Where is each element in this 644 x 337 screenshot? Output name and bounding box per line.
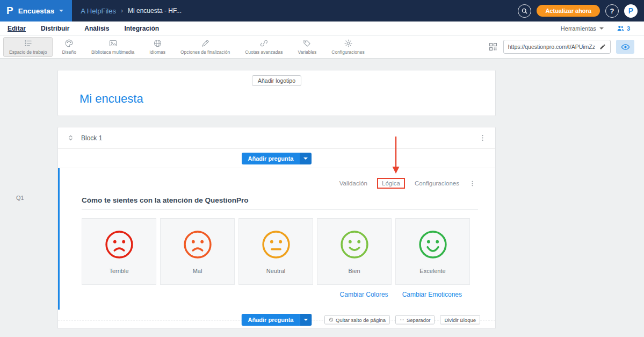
chevron-down-icon — [303, 157, 308, 160]
change-colors-link[interactable]: Cambiar Colores — [340, 291, 388, 298]
question-links: Cambiar Colores Cambiar Emoticones — [340, 291, 462, 298]
tools-menu-label: Herramientas — [561, 25, 596, 32]
tab-integracion[interactable]: Integración — [124, 25, 159, 32]
mood-options: Terrible Mal — [82, 218, 470, 285]
question-divider — [82, 209, 478, 210]
mood-option-label: Excelente — [419, 268, 445, 274]
collapse-expand-icon — [67, 134, 75, 142]
questionpro-survey-editor: P Encuestas A HelpFiles › Mi encuesta - … — [0, 0, 644, 337]
palette-icon — [64, 39, 74, 48]
add-question-dropdown-button[interactable] — [300, 314, 312, 326]
tool-label: Variables — [298, 49, 317, 55]
block-name[interactable]: Block 1 — [81, 134, 102, 142]
mood-option-terrible[interactable]: Terrible — [82, 218, 156, 285]
update-now-button[interactable]: Actualizar ahora — [537, 5, 600, 17]
breadcrumb: A HelpFiles › Mi encuesta - HF... — [81, 7, 182, 15]
pen-icon — [201, 39, 210, 48]
block-more-menu-button[interactable] — [479, 134, 487, 142]
qr-code-icon — [488, 42, 498, 52]
tool-espacio-de-trabajo[interactable]: Espacio de trabajo — [3, 37, 53, 57]
collaborators-count: 3 — [627, 25, 630, 32]
tool-diseno[interactable]: Diseño — [56, 37, 82, 57]
add-question-label: Añadir pregunta — [242, 153, 300, 164]
tool-variables[interactable]: Variables — [292, 37, 323, 57]
collaborators-button[interactable]: 3 — [617, 25, 630, 32]
tool-label: Configuraciones — [331, 49, 364, 55]
pencil-icon — [599, 44, 606, 50]
translate-globe-icon — [153, 39, 162, 48]
tab-editar[interactable]: Editar — [8, 25, 26, 32]
tool-idiomas[interactable]: Idiomas — [143, 37, 171, 57]
toolbar-right: https://questionpro.com/t/APUimZz — [488, 40, 641, 54]
add-question-button[interactable]: Añadir pregunta — [242, 153, 312, 164]
tab-distribuir[interactable]: Distribuir — [41, 25, 69, 32]
tool-label: Espacio de trabajo — [9, 49, 47, 55]
edit-url-button[interactable] — [599, 44, 606, 50]
add-logo-button[interactable]: Añadir logotipo — [252, 75, 301, 86]
block-footer: Añadir pregunta Quitar salto de página S… — [58, 310, 495, 329]
tool-label: Biblioteca multimedia — [91, 49, 134, 55]
tool-label: Idiomas — [149, 49, 165, 55]
eye-icon — [621, 42, 630, 52]
help-button[interactable]: ? — [605, 4, 619, 18]
change-emoticons-link[interactable]: Cambiar Emoticones — [402, 291, 462, 298]
people-icon — [617, 25, 625, 32]
tool-label: Cuotas avanzadas — [245, 49, 283, 55]
remove-page-break-label: Quitar salto de página — [336, 317, 386, 322]
mood-option-label: Neutral — [266, 268, 285, 274]
kebab-menu-icon — [479, 134, 487, 142]
no-symbol-icon — [329, 317, 334, 322]
smiley-excelente-icon — [418, 230, 448, 260]
tool-label: Diseño — [62, 49, 76, 55]
search-button[interactable] — [518, 4, 531, 18]
mood-option-label: Bien — [348, 268, 360, 274]
nav-right: Herramientas 3 — [561, 25, 636, 32]
qr-code-button[interactable] — [488, 42, 498, 52]
add-question-label: Añadir pregunta — [242, 314, 300, 326]
question-settings-link[interactable]: Configuraciones — [415, 180, 459, 187]
mood-option-mal[interactable]: Mal — [160, 218, 235, 285]
add-question-dropdown-button[interactable] — [300, 153, 312, 164]
mood-option-excelente[interactable]: Excelente — [395, 218, 470, 285]
tool-configuraciones[interactable]: Configuraciones — [325, 37, 370, 57]
mood-option-neutral[interactable]: Neutral — [238, 218, 313, 285]
survey-title[interactable]: Mi encuesta — [79, 92, 143, 106]
product-name: Encuestas — [18, 7, 55, 15]
product-switcher[interactable]: P Encuestas — [0, 0, 72, 21]
question-more-menu-button[interactable] — [469, 180, 476, 187]
breadcrumb-org-link[interactable]: A HelpFiles — [81, 7, 116, 15]
chevron-down-icon — [303, 319, 308, 321]
tools-menu[interactable]: Herramientas — [561, 25, 604, 32]
tab-analisis[interactable]: Análisis — [84, 25, 109, 32]
link-icon — [259, 39, 269, 48]
tool-biblioteca-multimedia[interactable]: Biblioteca multimedia — [85, 37, 140, 57]
logic-link[interactable]: Lógica — [377, 178, 405, 189]
tool-opciones-de-finalizacion[interactable]: Opciones de finalización — [175, 37, 236, 57]
remove-page-break-button[interactable]: Quitar salto de página — [324, 315, 390, 324]
question-menu: Validación Lógica Configuraciones — [339, 178, 476, 189]
separator-button[interactable]: Separador — [395, 315, 435, 324]
workspace-icon — [24, 39, 33, 48]
smiley-terrible-icon — [104, 230, 134, 260]
breadcrumb-separator: › — [121, 7, 123, 15]
image-icon — [108, 39, 118, 48]
footer-add-question-button[interactable]: Añadir pregunta — [242, 314, 312, 326]
account-avatar[interactable]: P — [624, 4, 638, 18]
split-block-button[interactable]: Dividir Bloque — [440, 315, 480, 324]
block-card: Block 1 Añadir pregunta Validación Lógic… — [57, 127, 496, 329]
question-text[interactable]: Cómo te sientes con la atención de Quest… — [82, 196, 249, 204]
preview-button[interactable] — [616, 40, 634, 54]
collapse-block-button[interactable] — [67, 134, 75, 142]
validation-link[interactable]: Validación — [339, 180, 367, 187]
search-icon — [521, 8, 528, 15]
survey-url: https://questionpro.com/t/APUimZz — [508, 44, 595, 50]
kebab-menu-icon — [469, 180, 476, 187]
question-number-label: Q1 — [16, 195, 24, 201]
mood-option-label: Terrible — [109, 268, 128, 274]
tag-icon — [302, 39, 312, 48]
tool-cuotas-avanzadas[interactable]: Cuotas avanzadas — [239, 37, 288, 57]
mood-option-bien[interactable]: Bien — [317, 218, 392, 285]
separator-icon — [400, 317, 404, 322]
smiley-bien-icon — [339, 230, 370, 260]
mood-option-label: Mal — [193, 268, 202, 274]
